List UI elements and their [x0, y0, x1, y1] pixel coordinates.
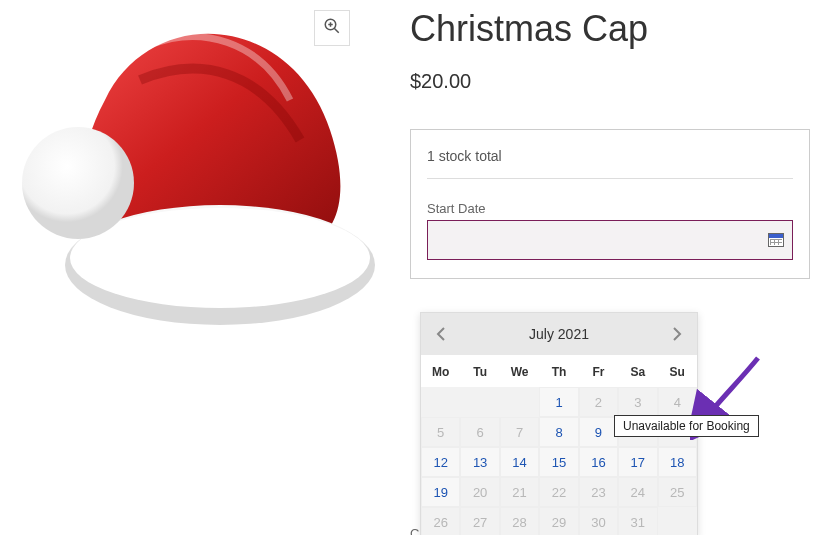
calendar-day[interactable]: 13: [460, 447, 499, 477]
calendar-month-title: July 2021: [529, 326, 589, 342]
calendar-day-blank: [658, 507, 697, 535]
calendar-day[interactable]: 8: [539, 417, 578, 447]
calendar-day: 28: [500, 507, 539, 535]
calendar-day: 31: [618, 507, 657, 535]
product-title: Christmas Cap: [410, 8, 830, 50]
calendar-day: 4: [658, 387, 697, 417]
calendar-day-blank: [500, 387, 539, 417]
calendar-day: 22: [539, 477, 578, 507]
calendar-dow: Mo: [421, 355, 460, 387]
calendar-dow: Su: [658, 355, 697, 387]
calendar-dow: Th: [539, 355, 578, 387]
calendar-day: 24: [618, 477, 657, 507]
booking-panel: 1 stock total Start Date: [410, 129, 810, 279]
calendar-day[interactable]: 19: [421, 477, 460, 507]
calendar-day[interactable]: 1: [539, 387, 578, 417]
calendar-day: 3: [618, 387, 657, 417]
calendar-day-blank: [421, 387, 460, 417]
calendar-dow: We: [500, 355, 539, 387]
calendar-dow: Fr: [579, 355, 618, 387]
calendar-day[interactable]: 16: [579, 447, 618, 477]
product-image: [10, 10, 380, 340]
product-price: $20.00: [410, 70, 830, 93]
svg-point-6: [22, 127, 134, 239]
calendar-day[interactable]: 12: [421, 447, 460, 477]
calendar-dow: Sa: [618, 355, 657, 387]
calendar-icon: [768, 233, 784, 247]
calendar-day: 27: [460, 507, 499, 535]
next-month-button[interactable]: [667, 324, 687, 344]
calendar-day: 20: [460, 477, 499, 507]
calendar-day: 21: [500, 477, 539, 507]
calendar-dow: Tu: [460, 355, 499, 387]
start-date-label: Start Date: [427, 201, 793, 216]
calendar-day: 29: [539, 507, 578, 535]
calendar-day-blank: [460, 387, 499, 417]
stock-total: 1 stock total: [427, 148, 793, 179]
calendar-day: 30: [579, 507, 618, 535]
calendar-grid: MoTuWeThFrSaSu12345678910111213141516171…: [421, 355, 697, 535]
calendar-day[interactable]: 17: [618, 447, 657, 477]
calendar-day[interactable]: 14: [500, 447, 539, 477]
calendar-day: 7: [500, 417, 539, 447]
calendar-day: 5: [421, 417, 460, 447]
calendar-day: 23: [579, 477, 618, 507]
calendar-day: 25: [658, 477, 697, 507]
calendar-day[interactable]: 9: [579, 417, 618, 447]
start-date-input[interactable]: [427, 220, 793, 260]
calendar-day[interactable]: 18: [658, 447, 697, 477]
prev-month-button[interactable]: [431, 324, 451, 344]
calendar-day: 26: [421, 507, 460, 535]
calendar-day: 2: [579, 387, 618, 417]
calendar-day: 6: [460, 417, 499, 447]
unavailable-tooltip: Unavailable for Booking: [614, 415, 759, 437]
calendar-day[interactable]: 15: [539, 447, 578, 477]
